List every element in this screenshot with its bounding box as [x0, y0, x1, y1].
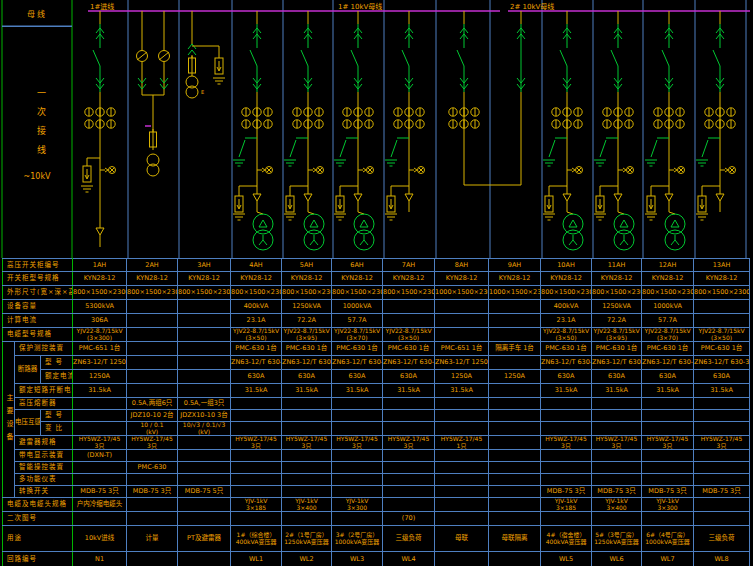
ct-icon — [242, 120, 272, 128]
table-cell: HY5WZ-17/451只 — [435, 436, 489, 450]
table-cell: HY5WZ-17/453只 — [642, 436, 694, 450]
table-cell: 31.5kA — [282, 384, 332, 398]
voltage-label: ~10kV — [2, 172, 72, 181]
table-cell — [694, 398, 750, 410]
table-cell — [178, 512, 231, 526]
transformer-icon — [614, 214, 634, 250]
table-cell: WL2 — [282, 552, 332, 566]
table-cell — [435, 462, 489, 474]
table-cell: 1AH — [73, 259, 127, 272]
ground-icon — [645, 214, 657, 220]
table-cell — [592, 422, 642, 436]
table-cell — [73, 462, 127, 474]
row-label: 电缆型号规格 — [3, 328, 73, 342]
table-cell: 1000kVA — [642, 300, 694, 314]
table-cell: 0.5A,两组6只 — [127, 398, 178, 410]
table-cell — [178, 436, 231, 450]
table-cell: PMC-630 1台 — [282, 342, 332, 356]
table-cell — [383, 300, 435, 314]
ground-icon — [543, 160, 555, 166]
table-cell — [178, 450, 231, 462]
row-label: 回路编号 — [3, 552, 73, 566]
table-cell: HY5WZ-17/453只 — [694, 436, 750, 450]
table-cell — [282, 398, 332, 410]
table-cell: 1250kVA — [592, 300, 642, 314]
earthing-switch-icon — [600, 138, 618, 157]
spec-table-wrap: 高压开关柜编号1AH2AH3AH4AH5AH6AH7AH8AH9AH10AH11… — [2, 258, 751, 566]
table-cell: PMC-630 1台 — [592, 342, 642, 356]
ct-icon — [343, 108, 373, 116]
table-cell — [282, 512, 332, 526]
row-label: 变 比 — [41, 422, 73, 436]
arrester-icon — [286, 196, 294, 212]
table-cell: PMC-630 — [127, 462, 178, 474]
diagram-canvas: E — [0, 0, 753, 258]
table-cell — [178, 300, 231, 314]
table-cell: MDB-75 3只 — [73, 486, 127, 498]
table-cell — [435, 498, 489, 512]
bus2-label: 2# 10kV母线 — [510, 1, 554, 11]
table-cell: YJV22-8.7/15kV(3×95) — [282, 328, 332, 342]
table-cell — [231, 462, 282, 474]
table-cell: 72.2A — [592, 314, 642, 328]
voltage-indicator-icon — [567, 167, 583, 174]
voltage-indicator-icon — [257, 167, 273, 174]
table-cell — [541, 410, 592, 422]
table-cell: 800×1500×2300 — [127, 286, 178, 300]
table-cell — [642, 410, 694, 422]
table-cell: ZN63-12/T 630-31.5 — [231, 356, 282, 370]
table-cell: 9AH — [489, 259, 541, 272]
table-cell: ZN63-12/T 630-31.5 — [592, 356, 642, 370]
row-label: 用途 — [3, 526, 73, 552]
earthing-switch-icon — [549, 138, 567, 157]
table-cell: MDB-75 3只 — [541, 486, 592, 498]
table-cell: 31.5kA — [435, 384, 489, 398]
earthing-switch-icon — [651, 138, 669, 157]
table-cell: YJV22-8.7/15kV(3×50) — [383, 328, 435, 342]
table-cell: WL4 — [383, 552, 435, 566]
transformer-icon — [304, 214, 324, 250]
table-cell: 2#（1号厂房）1250kVA变压器 — [282, 526, 332, 552]
ground-icon — [645, 160, 657, 166]
table-cell: KYN28-12 — [541, 272, 592, 286]
table-cell: 31.5kA — [592, 384, 642, 398]
transformer-icon — [354, 214, 374, 250]
row-label: 带电显示装置 — [15, 450, 73, 462]
row-label: 高压熔断器 — [15, 398, 73, 410]
table-cell: ZN63-12/T 630-31.5 — [332, 356, 383, 370]
table-cell: PMC-651 1台 — [435, 342, 489, 356]
bay-9-tie-riser — [517, 11, 525, 185]
table-cell: MDB-75 3只 — [592, 486, 642, 498]
arrester-icon — [596, 196, 604, 212]
row-label: 额定短路开断电流 — [15, 384, 73, 398]
table-cell: 800×1500×2300 — [541, 286, 592, 300]
table-cell: 31.5kA — [541, 384, 592, 398]
table-cell — [332, 462, 383, 474]
table-cell — [178, 384, 231, 398]
table-cell: 三级负荷 — [694, 526, 750, 552]
fuse-icon — [189, 55, 196, 76]
table-cell — [435, 314, 489, 328]
table-cell — [282, 486, 332, 498]
table-cell: JDZ10-10 2台 — [127, 410, 178, 422]
table-cell — [383, 422, 435, 436]
bay-2-metering — [137, 11, 170, 176]
table-cell — [127, 300, 178, 314]
table-cell: PMC-630 1台 — [383, 342, 435, 356]
row-label: 设备容量 — [3, 300, 73, 314]
table-cell: 5AH — [282, 259, 332, 272]
table-cell: 800×1500×2300 — [642, 286, 694, 300]
table-cell: PT及避雷器 — [178, 526, 231, 552]
table-cell — [435, 422, 489, 436]
table-cell — [435, 300, 489, 314]
table-cell — [592, 512, 642, 526]
fuse-switch-icon — [159, 51, 170, 62]
table-cell: 800×1500×2300 — [282, 286, 332, 300]
row-label: 二次图号 — [3, 512, 73, 526]
table-cell: 户内冷缩电缆头 — [73, 498, 127, 512]
table-cell: KYN28-12 — [489, 272, 541, 286]
cable-arrow-icon — [253, 194, 261, 201]
table-cell — [489, 486, 541, 498]
bay-5-feeder-tx — [284, 11, 324, 250]
row-label: 电缆及电缆头规格 — [3, 498, 73, 512]
